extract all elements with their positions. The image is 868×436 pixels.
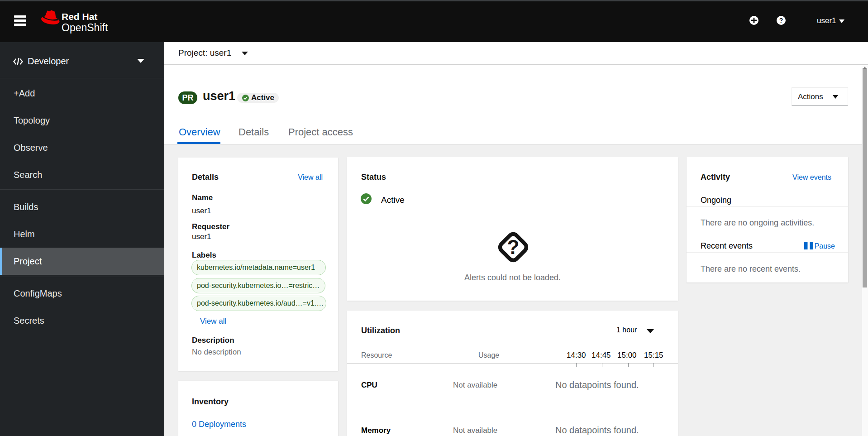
svg-text:?: ? bbox=[507, 236, 520, 258]
svg-text:?: ? bbox=[779, 17, 783, 24]
